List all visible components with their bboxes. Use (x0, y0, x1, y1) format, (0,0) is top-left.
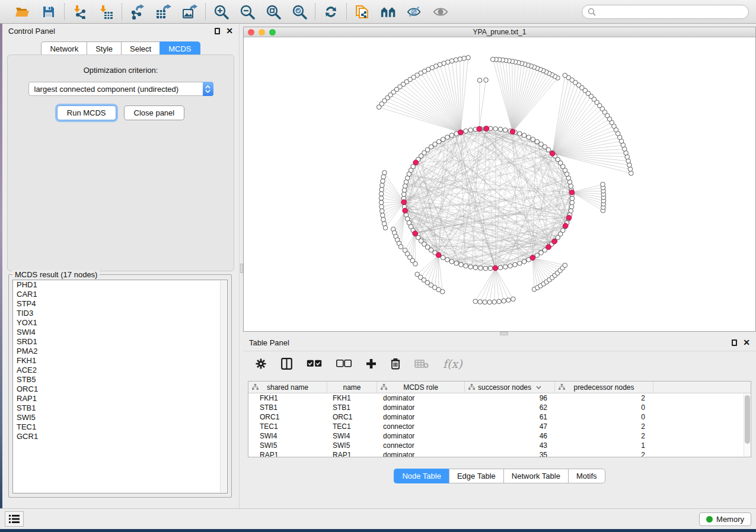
graph-node[interactable] (601, 182, 605, 187)
import-network-icon[interactable] (72, 4, 88, 20)
graph-node[interactable] (379, 200, 384, 205)
close-panel-icon[interactable]: ✕ (743, 338, 750, 347)
column-header-shared-name[interactable]: shared name (248, 382, 327, 393)
mcds-result-item[interactable]: TEC1 (13, 422, 227, 432)
table-cell[interactable]: SWI4 (327, 432, 377, 440)
graph-node[interactable] (379, 204, 384, 209)
hide-selected-icon[interactable] (407, 4, 422, 20)
table-row[interactable]: RAP1RAP1dominator352 (248, 450, 744, 457)
table-cell[interactable]: SWI5 (327, 441, 377, 450)
graph-node[interactable] (492, 300, 497, 305)
mcds-result-item[interactable]: GCR1 (13, 432, 227, 441)
deselect-all-icon[interactable] (336, 360, 352, 367)
graph-node[interactable] (413, 262, 418, 267)
mcds-result-item[interactable]: STP4 (13, 299, 227, 309)
table-cell[interactable]: TEC1 (327, 422, 377, 431)
graph-node[interactable] (530, 255, 535, 261)
table-row[interactable]: SWI5SWI5connector431 (248, 441, 744, 450)
graph-node[interactable] (458, 57, 462, 62)
graph-node[interactable] (449, 133, 454, 138)
graph-node[interactable] (493, 265, 498, 271)
mcds-result-item[interactable]: ORC1 (13, 384, 227, 394)
graph-node[interactable] (563, 73, 567, 78)
table-cell[interactable]: 43 (465, 441, 555, 450)
graph-node[interactable] (487, 300, 492, 305)
table-cell[interactable]: TEC1 (248, 422, 327, 431)
graph-node[interactable] (479, 266, 483, 271)
close-panel-button[interactable]: Close panel (124, 105, 185, 120)
zoom-in-icon[interactable] (213, 4, 229, 20)
graph-node[interactable] (552, 239, 557, 244)
graph-node[interactable] (459, 262, 464, 267)
graph-node[interactable] (383, 226, 388, 230)
mcds-result-item[interactable]: YOX1 (13, 318, 227, 328)
mcds-result-item[interactable]: CAR1 (13, 290, 227, 299)
table-cell[interactable]: 96 (465, 394, 555, 402)
graph-node[interactable] (401, 200, 407, 205)
graph-node[interactable] (413, 160, 419, 165)
network-window-titlebar[interactable]: YPA_prune.txt_1 (244, 27, 755, 37)
show-all-icon[interactable] (433, 4, 448, 20)
search-box[interactable] (582, 5, 749, 19)
graph-node[interactable] (381, 179, 385, 184)
graph-node[interactable] (462, 56, 467, 61)
graph-node[interactable] (539, 142, 544, 147)
graph-node[interactable] (513, 262, 518, 267)
graph-node[interactable] (401, 192, 406, 197)
graph-node[interactable] (473, 299, 478, 304)
network-canvas[interactable] (244, 37, 755, 331)
table-cell[interactable]: SWI4 (248, 432, 327, 440)
table-cell[interactable]: 2 (555, 451, 653, 457)
graph-node[interactable] (550, 151, 555, 156)
graph-node[interactable] (535, 139, 540, 144)
graph-node[interactable] (508, 264, 513, 268)
graph-node[interactable] (466, 56, 471, 60)
graph-node[interactable] (627, 163, 632, 168)
graph-node[interactable] (563, 263, 567, 268)
graph-node[interactable] (403, 184, 407, 188)
float-panel-icon[interactable] (215, 28, 220, 34)
graph-node[interactable] (379, 209, 384, 213)
mcds-result-item[interactable]: PMA2 (13, 347, 227, 356)
graph-node[interactable] (382, 171, 387, 175)
delete-column-icon[interactable] (391, 358, 400, 370)
graph-node[interactable] (566, 215, 572, 220)
show-column-icon[interactable] (281, 358, 292, 370)
graph-node[interactable] (379, 191, 384, 196)
tab-network-table[interactable]: Network Table (503, 469, 568, 483)
table-cell[interactable]: FKH1 (248, 394, 327, 402)
graph-node[interactable] (484, 78, 489, 82)
column-header-successor-nodes[interactable]: successor nodes (465, 382, 555, 393)
mcds-result-item[interactable]: PHD1 (13, 280, 227, 290)
graph-node[interactable] (569, 190, 575, 195)
graph-node[interactable] (503, 265, 508, 270)
graph-node[interactable] (380, 183, 385, 188)
table-cell[interactable]: 2 (555, 432, 653, 440)
table-cell[interactable]: dominator (377, 403, 465, 412)
graph-node[interactable] (546, 245, 551, 250)
graph-node[interactable] (398, 245, 403, 249)
graph-node[interactable] (441, 137, 445, 142)
graph-node[interactable] (477, 126, 482, 132)
graph-node[interactable] (569, 209, 573, 213)
column-header-mcds-role[interactable]: MCDS role (377, 382, 465, 393)
table-cell[interactable]: 61 (465, 413, 555, 421)
mcds-result-item[interactable]: SWI4 (13, 328, 227, 337)
graph-node[interactable] (436, 252, 441, 258)
tab-node-table[interactable]: Node Table (394, 469, 449, 483)
export-table-icon[interactable] (156, 4, 171, 20)
graph-node[interactable] (403, 208, 408, 213)
memory-button[interactable]: Memory (699, 512, 751, 526)
table-scrollbar[interactable] (744, 393, 751, 457)
table-row[interactable]: ORC1ORC1dominator610 (248, 412, 744, 422)
graph-node[interactable] (518, 132, 522, 136)
refresh-icon[interactable] (323, 4, 339, 20)
table-cell[interactable]: ORC1 (248, 413, 327, 421)
table-cell[interactable]: 47 (465, 422, 555, 431)
table-cell[interactable]: 2 (555, 422, 653, 431)
search-input[interactable] (599, 7, 743, 16)
graph-node[interactable] (464, 129, 468, 133)
delete-table-icon[interactable] (414, 359, 429, 368)
graph-node[interactable] (527, 135, 531, 140)
table-cell[interactable]: STB1 (248, 403, 327, 412)
